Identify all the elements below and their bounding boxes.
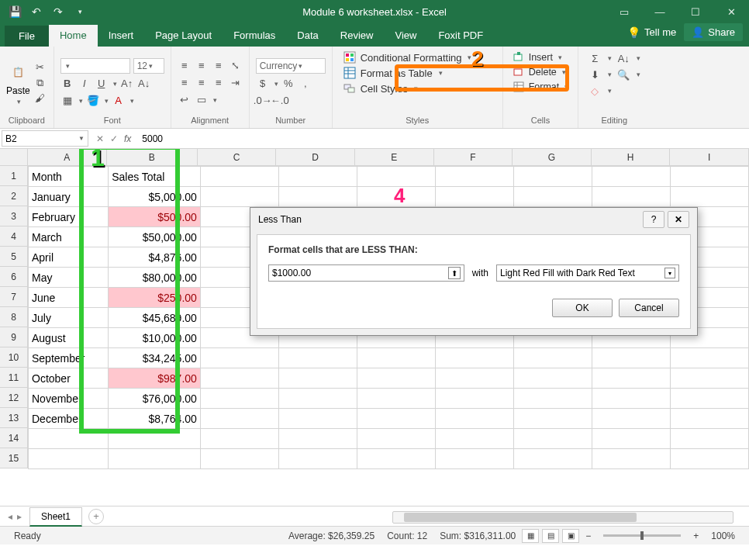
cell[interactable] <box>200 167 278 187</box>
cell[interactable] <box>513 167 592 187</box>
format-painter-icon[interactable]: 🖌 <box>33 92 47 105</box>
range-picker-icon[interactable]: ⬆ <box>448 267 461 279</box>
cell[interactable]: $34,245.00 <box>109 348 201 368</box>
grow-font-icon[interactable]: A↑ <box>120 77 134 91</box>
column-header-F[interactable]: F <box>434 149 513 166</box>
cell[interactable] <box>670 167 748 187</box>
cell[interactable] <box>435 167 513 187</box>
cell[interactable]: January <box>29 187 109 207</box>
cell[interactable] <box>200 187 278 207</box>
worksheet-grid[interactable]: ABCDEFGHI 123456789101112131415 MonthSal… <box>0 149 749 506</box>
prev-sheet-icon[interactable]: ◂ <box>8 511 12 522</box>
align-mid-icon[interactable]: ≡ <box>195 59 209 73</box>
insert-cells-button[interactable]: Insert ▾ <box>513 51 569 64</box>
cell[interactable]: November <box>29 389 109 409</box>
tab-review[interactable]: Review <box>330 25 385 47</box>
cell[interactable] <box>278 429 357 449</box>
cell[interactable] <box>513 449 592 469</box>
align-right-icon[interactable]: ≡ <box>212 76 226 90</box>
cell[interactable] <box>670 187 748 207</box>
cell[interactable] <box>278 167 357 187</box>
cell[interactable]: $250.00 <box>109 288 201 308</box>
add-sheet-button[interactable]: + <box>88 509 104 524</box>
sheet-tab-sheet1[interactable]: Sheet1 <box>29 507 82 527</box>
cell[interactable] <box>200 429 278 449</box>
cell[interactable] <box>109 429 201 449</box>
cell[interactable]: July <box>29 308 109 328</box>
cell[interactable] <box>435 429 513 449</box>
cell[interactable] <box>357 348 435 368</box>
formula-input[interactable] <box>137 130 749 147</box>
cell[interactable] <box>513 368 592 389</box>
shrink-font-icon[interactable]: A↓ <box>137 77 151 91</box>
cell[interactable]: September <box>29 348 109 368</box>
percent-icon[interactable]: % <box>281 77 295 91</box>
column-header-I[interactable]: I <box>670 149 749 166</box>
row-header-4[interactable]: 4 <box>0 226 28 247</box>
zoom-label[interactable]: 100% <box>705 531 741 541</box>
tab-data[interactable]: Data <box>286 25 329 47</box>
ok-button[interactable]: OK <box>552 299 613 317</box>
row-header-15[interactable]: 15 <box>0 448 28 468</box>
cell[interactable] <box>109 449 201 469</box>
cell-styles-button[interactable]: Cell Styles ▾ <box>343 82 492 95</box>
page-break-view-icon[interactable]: ▣ <box>562 529 579 543</box>
enter-formula-icon[interactable]: ✓ <box>110 133 118 144</box>
comma-icon[interactable]: , <box>299 77 312 91</box>
cell[interactable] <box>670 389 748 409</box>
maximize-icon[interactable]: ☐ <box>678 0 713 23</box>
cell[interactable] <box>670 409 748 429</box>
cancel-formula-icon[interactable]: ✕ <box>96 133 104 144</box>
cell[interactable]: June <box>29 288 109 308</box>
cell[interactable] <box>357 449 435 469</box>
horizontal-scrollbar[interactable] <box>392 511 733 524</box>
cell[interactable]: $987.00 <box>109 368 201 389</box>
cell[interactable] <box>435 348 513 368</box>
merge-icon[interactable]: ▭ <box>195 93 209 107</box>
name-box[interactable]: B2 ▼ <box>2 130 88 147</box>
tab-home[interactable]: Home <box>49 25 98 47</box>
clear-icon[interactable]: ◇ <box>588 84 602 98</box>
row-header-6[interactable]: 6 <box>0 267 28 287</box>
tab-view[interactable]: View <box>384 25 427 47</box>
cell[interactable] <box>200 368 278 389</box>
currency-icon[interactable]: $ <box>256 77 270 91</box>
cell[interactable] <box>200 449 278 469</box>
cell[interactable]: $80,000.00 <box>109 268 201 288</box>
align-center-icon[interactable]: ≡ <box>195 76 209 90</box>
sort-filter-icon[interactable]: A↓ <box>616 51 630 65</box>
row-header-7[interactable]: 7 <box>0 287 28 307</box>
cell[interactable] <box>592 368 670 389</box>
cell[interactable]: $500.00 <box>109 207 201 227</box>
cell[interactable] <box>200 348 278 368</box>
fill-color-icon[interactable]: 🪣 <box>86 94 100 108</box>
cell[interactable] <box>513 187 592 207</box>
align-top-icon[interactable]: ≡ <box>178 59 192 73</box>
cell[interactable] <box>513 389 592 409</box>
increase-decimal-icon[interactable]: .0→ <box>256 94 270 108</box>
cell[interactable]: April <box>29 247 109 268</box>
next-sheet-icon[interactable]: ▸ <box>17 511 22 522</box>
bold-icon[interactable]: B <box>60 77 74 91</box>
cell[interactable] <box>435 187 513 207</box>
fx-icon[interactable]: fx <box>124 133 137 144</box>
cell[interactable] <box>278 409 357 429</box>
cell[interactable] <box>357 368 435 389</box>
paste-button[interactable]: 📋 Paste ▾ <box>6 60 30 105</box>
italic-icon[interactable]: I <box>78 77 91 91</box>
cell[interactable] <box>435 368 513 389</box>
cell[interactable] <box>670 348 748 368</box>
row-header-8[interactable]: 8 <box>0 307 28 327</box>
cell[interactable]: May <box>29 268 109 288</box>
row-header-14[interactable]: 14 <box>0 428 28 448</box>
row-header-2[interactable]: 2 <box>0 186 28 206</box>
orientation-icon[interactable]: ⤡ <box>229 59 243 73</box>
format-cells-button[interactable]: Format ▾ <box>513 81 569 93</box>
tell-me-button[interactable]: 💡 Tell me <box>627 26 676 39</box>
qat-customize-icon[interactable]: ▾ <box>71 3 88 20</box>
cell[interactable]: Sales Total <box>109 167 201 187</box>
format-as-table-button[interactable]: Format as Table ▾ <box>343 67 492 79</box>
cell[interactable] <box>357 389 435 409</box>
undo-icon[interactable]: ↶ <box>28 3 45 20</box>
cell[interactable]: $50,000.00 <box>109 227 201 247</box>
